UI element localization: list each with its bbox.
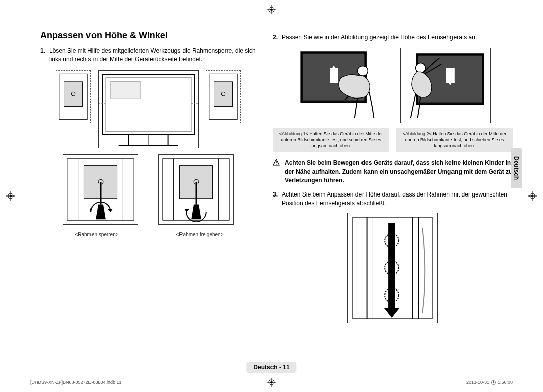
registration-mark-left <box>6 191 15 201</box>
section-title: Anpassen von Höhe & Winkel <box>40 30 256 41</box>
registration-mark-right <box>528 191 537 201</box>
tv-back-right-icon <box>206 70 241 123</box>
figure-row-rail <box>273 213 513 323</box>
svg-rect-21 <box>111 81 140 99</box>
footer-time: 1:56:08 <box>498 380 513 385</box>
step-3-text: Achten Sie beim Anpassen der Höhe darauf… <box>282 190 513 208</box>
page: Deutsch Anpassen von Höhe & Winkel 1. Lö… <box>0 0 543 392</box>
language-tab-label: Deutsch <box>513 156 520 180</box>
tv-front-center-icon <box>98 70 199 148</box>
step-1: 1. Lösen Sie mit Hilfe des mitgelieferte… <box>40 47 256 64</box>
figure-captions-row: <Abbildung 1< Halten Sie das Gerät in de… <box>273 128 513 152</box>
page-number-badge: Deutsch - 11 <box>246 362 296 373</box>
figure-row-lock <box>40 154 256 225</box>
svg-rect-25 <box>214 82 233 107</box>
svg-rect-17 <box>64 82 83 107</box>
step-2-text: Passen Sie wie in der Abbildung gezeigt … <box>282 33 513 42</box>
caption-lock: <Rahmen sperren> <box>55 232 138 237</box>
warning-text: Achten Sie beim Bewegen des Geräts darau… <box>285 159 513 185</box>
svg-point-15 <box>531 195 533 197</box>
step-2-number: 2. <box>273 33 278 42</box>
caption-unlock: <Rahmen freigeben> <box>158 232 241 237</box>
fig2-caption: <Abbildung 2< Halten Sie das Gerät in de… <box>396 128 513 152</box>
svg-point-47 <box>358 66 368 76</box>
person-push-down-icon <box>400 48 491 123</box>
step-1-number: 1. <box>40 47 45 64</box>
left-column: Anpassen von Höhe & Winkel 1. Lösen Sie … <box>40 30 256 328</box>
right-column: 2. Passen Sie wie in der Abbildung gezei… <box>273 30 513 328</box>
footer-filename: [UHDS9-XN-ZF]BN68-05272E-03L04.indb 11 <box>30 380 122 385</box>
person-lift-up-icon <box>295 48 385 123</box>
lock-frame-icon <box>63 154 138 225</box>
svg-point-11 <box>10 195 12 197</box>
figure-row-top <box>40 70 256 148</box>
step-1-text: Lösen Sie mit Hilfe des mitgelieferten W… <box>49 47 256 64</box>
step-3-number: 3. <box>273 190 278 208</box>
step-2: 2. Passen Sie wie in der Abbildung gezei… <box>273 33 513 42</box>
svg-point-55 <box>276 164 277 165</box>
step-3: 3. Achten Sie beim Anpassen der Höhe dar… <box>273 190 513 208</box>
rail-detail-icon <box>347 213 438 323</box>
unlock-frame-icon <box>158 154 234 225</box>
print-footer: [UHDS9-XN-ZF]BN68-05272E-03L04.indb 11 2… <box>30 380 513 385</box>
figure-row-adjust <box>273 48 513 123</box>
language-tab: Deutsch <box>511 148 522 188</box>
clock-icon <box>491 380 496 385</box>
footer-date: 2013-10-31 <box>466 380 489 385</box>
registration-mark-top <box>267 5 276 14</box>
warning: Achten Sie beim Bewegen des Geräts darau… <box>273 159 513 185</box>
warning-icon <box>273 159 281 185</box>
svg-point-52 <box>416 63 426 73</box>
svg-point-3 <box>270 9 273 11</box>
tv-back-left-icon <box>56 70 91 123</box>
fig1-caption: <Abbildung 1< Halten Sie das Gerät in de… <box>273 128 389 152</box>
